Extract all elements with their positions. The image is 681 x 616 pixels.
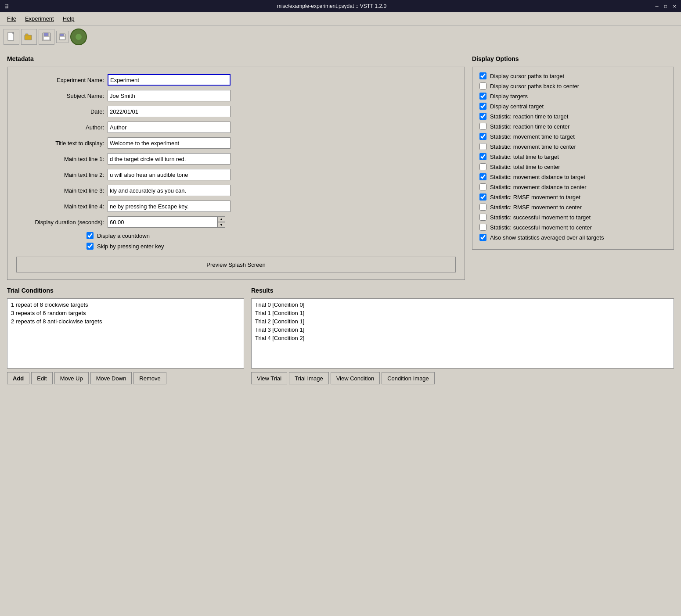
menu-experiment[interactable]: Experiment: [21, 14, 58, 24]
display-option-checkbox-1[interactable]: [479, 82, 486, 90]
display-option-label-3: Display central target: [490, 103, 544, 110]
save-button[interactable]: [39, 29, 54, 45]
new-button[interactable]: [4, 29, 19, 45]
display-duration-input[interactable]: [108, 216, 217, 228]
display-option-label-6: Statistic: movement time to target: [490, 133, 575, 140]
main-text-1-input[interactable]: [108, 153, 231, 165]
display-countdown-checkbox[interactable]: [86, 232, 94, 239]
run-icon: [74, 32, 83, 41]
display-option-label-11: Statistic: movement distance to center: [490, 184, 587, 190]
result-item[interactable]: Trial 4 [Condition 2]: [253, 334, 672, 342]
new-icon: [7, 32, 16, 42]
display-option-label-9: Statistic: total time to center: [490, 164, 560, 170]
display-option-checkbox-10[interactable]: [479, 173, 486, 180]
display-option-row: Also show statistics averaged over all t…: [479, 234, 667, 241]
display-option-label-1: Display cursor paths back to center: [490, 83, 579, 90]
display-option-label-16: Also show statistics averaged over all t…: [490, 234, 604, 241]
display-options-list: Display cursor paths to targetDisplay cu…: [479, 72, 667, 241]
result-item[interactable]: Trial 3 [Condition 1]: [253, 326, 672, 334]
trial-image-button[interactable]: Trial Image: [289, 372, 329, 384]
date-input[interactable]: [108, 106, 231, 117]
main-text-2-row: Main text line 2:: [16, 169, 456, 180]
experiment-name-label: Experiment Name:: [16, 77, 104, 83]
spinner-wrap: ▲ ▼: [108, 216, 225, 228]
subject-name-input[interactable]: [108, 90, 231, 101]
remove-button[interactable]: Remove: [133, 372, 166, 384]
title-text-input[interactable]: [108, 137, 231, 149]
experiment-name-input[interactable]: [108, 74, 231, 86]
display-option-checkbox-15[interactable]: [479, 224, 486, 231]
display-option-row: Statistic: successful movement to target: [479, 214, 667, 221]
main-text-2-input[interactable]: [108, 169, 231, 180]
subject-name-row: Subject Name:: [16, 90, 456, 101]
close-button[interactable]: ✕: [671, 3, 677, 9]
display-option-checkbox-2[interactable]: [479, 93, 486, 100]
result-item[interactable]: Trial 2 [Condition 1]: [253, 317, 672, 326]
display-option-checkbox-0[interactable]: [479, 72, 486, 79]
display-option-checkbox-4[interactable]: [479, 113, 486, 120]
svg-rect-8: [60, 37, 65, 39]
save-icon: [42, 32, 51, 42]
display-options-inner: Display cursor paths to targetDisplay cu…: [472, 67, 674, 250]
display-option-label-10: Statistic: movement distance to target: [490, 174, 585, 180]
display-option-checkbox-3[interactable]: [479, 103, 486, 110]
display-option-checkbox-8[interactable]: [479, 153, 486, 160]
display-option-label-13: Statistic: RMSE movement to center: [490, 204, 582, 211]
display-option-checkbox-12[interactable]: [479, 193, 486, 201]
skip-enter-checkbox[interactable]: [86, 243, 94, 250]
display-duration-label: Display duration (seconds):: [16, 219, 104, 226]
result-item[interactable]: Trial 0 [Condition 0]: [253, 301, 672, 309]
preview-splash-button[interactable]: Preview Splash Screen: [16, 257, 456, 272]
run-button[interactable]: [70, 29, 87, 45]
svg-point-10: [76, 34, 82, 40]
main-text-4-input[interactable]: [108, 201, 231, 212]
trial-condition-item[interactable]: 3 repeats of 6 random targets: [9, 309, 242, 317]
view-trial-button[interactable]: View Trial: [251, 372, 287, 384]
display-option-checkbox-16[interactable]: [479, 234, 486, 241]
minimize-button[interactable]: ─: [654, 3, 660, 9]
window-icon: 🖥: [4, 3, 10, 10]
result-item[interactable]: Trial 1 [Condition 1]: [253, 309, 672, 317]
open-icon: [24, 32, 34, 42]
display-option-checkbox-9[interactable]: [479, 163, 486, 170]
edit-button[interactable]: Edit: [31, 372, 52, 384]
experiment-name-row: Experiment Name:: [16, 74, 456, 86]
move-up-button[interactable]: Move Up: [54, 372, 89, 384]
save-small-button[interactable]: [56, 31, 68, 43]
display-option-checkbox-5[interactable]: [479, 123, 486, 130]
display-duration-row: Display duration (seconds): ▲ ▼: [16, 216, 456, 228]
menu-help[interactable]: Help: [58, 14, 79, 24]
toolbar: [0, 25, 681, 48]
open-button[interactable]: [21, 29, 37, 45]
author-input[interactable]: [108, 122, 231, 133]
trial-condition-item[interactable]: 2 repeats of 8 anti-clockwise targets: [9, 317, 242, 326]
display-option-label-15: Statistic: successful movement to center: [490, 224, 592, 231]
trial-conditions-section: Trial Conditions 1 repeat of 8 clockwise…: [7, 287, 244, 609]
maximize-button[interactable]: □: [663, 3, 669, 9]
spinner-up-button[interactable]: ▲: [217, 216, 225, 222]
main-text-3-label: Main text line 3:: [16, 187, 104, 194]
trial-condition-item[interactable]: 1 repeat of 8 clockwise targets: [9, 301, 242, 309]
display-option-row: Display cursor paths to target: [479, 72, 667, 79]
move-down-button[interactable]: Move Down: [90, 372, 132, 384]
display-option-checkbox-7[interactable]: [479, 143, 486, 150]
main-text-3-input[interactable]: [108, 185, 231, 196]
display-option-checkbox-6[interactable]: [479, 133, 486, 140]
display-option-checkbox-13[interactable]: [479, 204, 486, 211]
metadata-title: Metadata: [7, 55, 465, 62]
add-button[interactable]: Add: [7, 372, 29, 384]
view-condition-button[interactable]: View Condition: [331, 372, 380, 384]
author-row: Author:: [16, 122, 456, 133]
title-text-label: Title text to display:: [16, 140, 104, 147]
spinner-down-button[interactable]: ▼: [217, 222, 225, 228]
display-option-checkbox-14[interactable]: [479, 214, 486, 221]
results-list: Trial 0 [Condition 0]Trial 1 [Condition …: [251, 298, 674, 369]
skip-enter-row: Skip by pressing enter key: [16, 243, 456, 250]
display-option-label-14: Statistic: successful movement to target: [490, 214, 591, 221]
bottom-section: Trial Conditions 1 repeat of 8 clockwise…: [7, 287, 674, 609]
window-controls: ─ □ ✕: [654, 3, 677, 9]
menu-file[interactable]: File: [3, 14, 21, 24]
condition-image-button[interactable]: Condition Image: [382, 372, 435, 384]
date-label: Date:: [16, 108, 104, 115]
display-option-checkbox-11[interactable]: [479, 183, 486, 190]
